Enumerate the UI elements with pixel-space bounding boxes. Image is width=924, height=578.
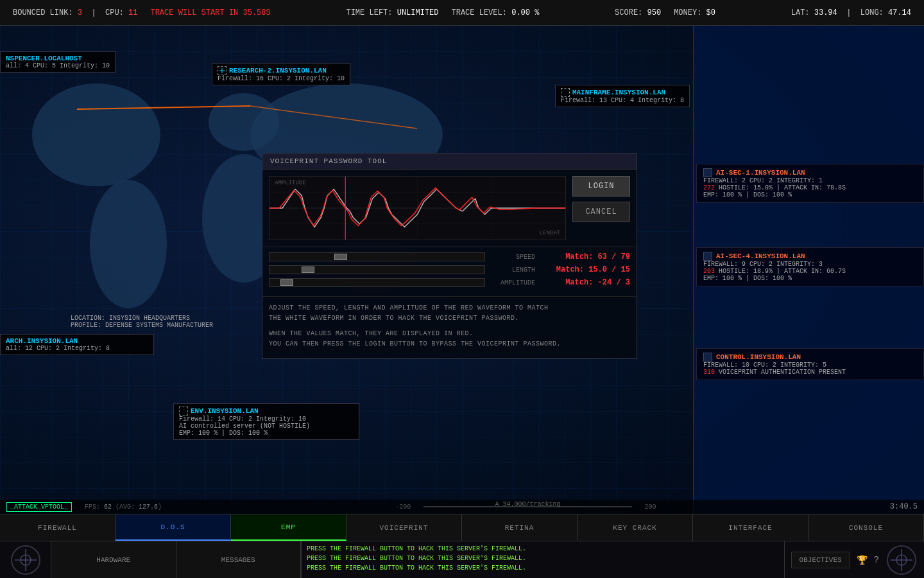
speed-slider[interactable] [269, 252, 485, 261]
svg-point-1 [90, 180, 167, 308]
trace-start-value: 35.58s [243, 8, 270, 17]
score-value: 950 [647, 8, 662, 17]
tab-retina[interactable]: Retina [462, 514, 578, 541]
waveform-container: Amplitude Lenght [269, 176, 566, 240]
svg-point-0 [32, 83, 160, 186]
server-detail-aisec1: Firewall: 2 CPU: 2 Integrity: 1 [703, 177, 917, 184]
length-slider[interactable] [269, 265, 485, 274]
server-detail-mainframe: Firewall: 13 CPU: 4 Integrity: 8 [561, 97, 684, 104]
server-detail-research2: Firewall: 16 CPU: 2 Integrity: 10 [218, 75, 345, 82]
bottom-right: Objectives 🏆 ? [785, 541, 924, 578]
trophy-icon[interactable]: 🏆 [857, 555, 868, 566]
server-node-local[interactable]: NSPENCER.LOCALHOST all: 4 CPU: 5 Integri… [0, 51, 116, 73]
instructions-section: Adjust the speed, length and amplitude o… [262, 296, 637, 358]
server-detail-arch: all: 12 CPU: 2 Integrity: 8 [6, 345, 148, 352]
trace-level-stat: Trace Level: 0.00 % [452, 8, 540, 17]
trace-level-value: 0.00 % [511, 8, 539, 17]
scale-mid: A 34.000/tracking [495, 501, 560, 508]
server-ai-env: AI controlled server (NOT HOSTILE) [179, 423, 354, 430]
server-name-arch: ARCH.INSYSION.LAN [6, 337, 148, 345]
instruction-line-2: the white waveform in order to hack the … [269, 313, 630, 324]
aisec4-port: 203 [703, 268, 715, 275]
score-stat: Score: 950 [615, 8, 661, 17]
trace-start-stat: Trace will start in 35.58s [150, 8, 270, 17]
server-name-aisec1: AI-SEC-1.INSYSION.LAN [716, 169, 805, 177]
bounced-link-stat: Bounced Link: 3 | CPU: 11 [13, 8, 137, 17]
location-info: Location: Insysion Headquarters Profile:… [71, 315, 213, 329]
bounced-link-value: 3 [78, 8, 82, 17]
sliders-section: Speed Match: 63 / 79 Length Match: 15.0 … [262, 247, 637, 296]
length-match: Match: 15.0 / 15 [540, 265, 630, 274]
timestamp: 3:40.5 [890, 502, 918, 511]
amplitude-slider[interactable] [269, 278, 485, 287]
login-button[interactable]: Login [572, 176, 630, 197]
control-port: 310 [703, 369, 715, 376]
server-detail-env: Firewall: 14 CPU: 2 Integrity: 10 [179, 416, 354, 423]
server-name-aisec4: AI-SEC-4.INSYSION.LAN [716, 252, 805, 260]
instruction-line-1: Adjust the speed, length and amplitude o… [269, 303, 630, 313]
time-left-value: Unlimited [397, 8, 439, 17]
modal-buttons: Login Cancel [572, 176, 630, 240]
server-name-research2: RESEARCH-2.INSYSION.LAN [229, 67, 327, 74]
fps-display: FPS: 62 (Avg: 127.6) [85, 504, 162, 511]
tab-console[interactable]: Console [809, 514, 924, 541]
length-slider-row: Length Match: 15.0 / 15 [269, 265, 630, 274]
speed-match: Match: 63 / 79 [540, 252, 630, 261]
server-node-research2[interactable]: RESEARCH-2.INSYSION.LAN Firewall: 16 CPU… [212, 63, 350, 85]
tab-interface[interactable]: Interface [693, 514, 809, 541]
hardware-button[interactable]: Hardware [51, 541, 176, 578]
waveform-length-label: Lenght [540, 230, 560, 236]
instruction-line-4: You can then press the Login button to b… [269, 339, 630, 349]
amplitude-match: Match: -24 / 3 [540, 278, 630, 287]
tab-emp[interactable]: EMP [231, 514, 346, 541]
server-name-control: CONTROL.INSYSION.LAN [716, 353, 801, 361]
location-line1: Location: Insysion Headquarters [71, 315, 213, 322]
server-name-mainframe: MAINFRAME.INSYSION.LAN [572, 89, 665, 96]
server-empdos-aisec4: EMP: 100 % | DOS: 100 % [703, 275, 917, 282]
speed-slider-row: Speed Match: 63 / 79 [269, 252, 630, 261]
help-icon[interactable]: ? [874, 555, 879, 565]
lat-long-stat: LAT: 33.94 | LONG: 47.14 [791, 8, 911, 17]
fps-bar: _ATTACK_VPTOOL_ FPS: 62 (Avg: 127.6) -20… [0, 500, 924, 514]
instruction-line-3: When the values match, they are displaye… [269, 329, 630, 339]
attack-label-text: _ATTACK_VPTOOL_ [10, 504, 68, 511]
bottom-messages: Press the FIREWALL button to hack this s… [302, 541, 785, 578]
server-node-aisec4[interactable]: AI-SEC-4.INSYSION.LAN Firewall: 9 CPU: 2… [696, 247, 924, 286]
server-stat-aisec4: 203 Hostile: 18.9% | Attack in: 60.7s [703, 268, 917, 275]
messages-button[interactable]: Messages [176, 541, 302, 578]
amplitude-slider-row: Amplitude Match: -24 / 3 [269, 278, 630, 287]
objectives-button[interactable]: Objectives [791, 552, 850, 568]
voiceprint-modal: Voiceprint Password Tool Amplitude Lengh… [262, 153, 637, 359]
lat-value: 33.94 [814, 8, 837, 17]
server-name-env: ENV.INSYSION.LAN [191, 407, 259, 415]
length-label: Length [490, 267, 535, 274]
cancel-button[interactable]: Cancel [572, 202, 630, 222]
server-node-mainframe[interactable]: MAINFRAME.INSYSION.LAN Firewall: 13 CPU:… [555, 85, 690, 107]
server-detail-control: Firewall: 10 CPU: 2 Integrity: 5 [703, 362, 917, 369]
bottom-bar: Firewall D.O.S EMP Voiceprint Retina Key… [0, 514, 924, 578]
scale-min: -200 [395, 504, 411, 511]
server-node-aisec1[interactable]: AI-SEC-1.INSYSION.LAN Firewall: 2 CPU: 2… [696, 164, 924, 203]
server-node-arch[interactable]: ARCH.INSYSION.LAN all: 12 CPU: 2 Integri… [0, 334, 154, 355]
tab-firewall[interactable]: Firewall [0, 514, 116, 541]
message-line-2: Press the FIREWALL button to hack this s… [307, 554, 779, 563]
server-emp-dos-env: EMP: 100 % | DOS: 100 % [179, 430, 354, 437]
money-value: $0 [706, 8, 715, 17]
speed-label: Speed [490, 254, 535, 261]
modal-title-bar: Voiceprint Password Tool [262, 153, 637, 170]
server-node-control[interactable]: CONTROL.INSYSION.LAN Firewall: 10 CPU: 2… [696, 348, 924, 380]
server-voiceprint-control: 310 Voiceprint authentication present [703, 369, 917, 376]
tab-keycrack[interactable]: Key Crack [578, 514, 693, 541]
top-status-bar: Bounced Link: 3 | CPU: 11 Trace will sta… [0, 0, 924, 26]
attack-vptool-label: _ATTACK_VPTOOL_ [6, 502, 72, 512]
server-detail-aisec4: Firewall: 9 CPU: 2 Integrity: 3 [703, 261, 917, 268]
scale-max: 200 [645, 504, 656, 511]
server-name-local: NSPENCER.LOCALHOST [6, 55, 110, 62]
modal-title: Voiceprint Password Tool [270, 157, 387, 165]
server-node-env[interactable]: ENV.INSYSION.LAN Firewall: 14 CPU: 2 Int… [173, 403, 359, 440]
server-detail-local: all: 4 CPU: 5 Integrity: 10 [6, 62, 110, 69]
waveform-amplitude-label: Amplitude [275, 180, 306, 186]
cpu-value: 11 [128, 8, 137, 17]
tab-dos[interactable]: D.O.S [116, 514, 231, 541]
tab-voiceprint[interactable]: Voiceprint [346, 514, 462, 541]
